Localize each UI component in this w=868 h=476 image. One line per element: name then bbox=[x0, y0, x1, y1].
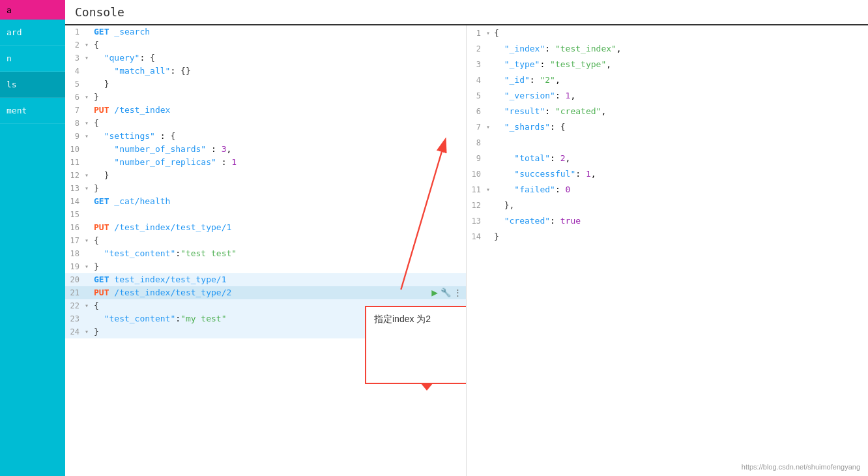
line-content-5: } bbox=[93, 78, 466, 91]
sidebar: a ard n ls ment bbox=[0, 0, 65, 476]
line-content-6: } bbox=[93, 91, 466, 104]
line-arrow-2: ▾ bbox=[85, 38, 93, 52]
resp-line-8: 8 bbox=[467, 135, 868, 151]
code-line-20: 20 GET test_index/test_type/1 bbox=[65, 273, 466, 286]
line-arrow-24: ▾ bbox=[85, 325, 93, 338]
line-arrow-17: ▾ bbox=[85, 234, 93, 247]
line-arrow-19: ▾ bbox=[85, 260, 93, 273]
line-arrow-22: ▾ bbox=[85, 299, 93, 312]
resp-line-11: 11 ▾ "failed": 0 bbox=[467, 182, 868, 198]
console-header: Console bbox=[65, 0, 868, 25]
code-line-12: 12 ▾ } bbox=[65, 169, 466, 182]
code-line-15: 15 bbox=[65, 208, 466, 221]
line-content-14: GET _cat/health bbox=[93, 195, 466, 208]
line-content-12: } bbox=[93, 169, 466, 182]
wrench-button[interactable]: 🔧 bbox=[441, 286, 451, 299]
code-editor[interactable]: 1 GET _search 2 ▾ { 3 ▾ "query": { bbox=[65, 25, 466, 476]
resp-line-6: 6 "result": "created", bbox=[467, 104, 868, 119]
line-num-23: 23 bbox=[65, 312, 85, 325]
line-content-3: "query": { bbox=[93, 52, 466, 65]
left-editor-panel[interactable]: 1 GET _search 2 ▾ { 3 ▾ "query": { bbox=[65, 25, 467, 476]
line-num-4: 4 bbox=[65, 65, 85, 78]
resp-line-1: 1 ▾ { bbox=[467, 25, 868, 41]
line-num-12: 12 bbox=[65, 169, 85, 182]
code-line-8: 8 ▾ { bbox=[65, 117, 466, 130]
line-num-24: 24 bbox=[65, 325, 85, 338]
right-response-panel: 1 ▾ { 2 "_index": "test_index", 3 "_type… bbox=[467, 25, 868, 476]
code-line-21: 21 PUT /test_index/test_type/2 ▶ 🔧 ⋮ bbox=[65, 286, 466, 299]
footer-url: https://blog.csdn.net/shuimofengyang bbox=[742, 463, 860, 471]
line-actions-21: ▶ 🔧 ⋮ bbox=[431, 286, 466, 299]
code-line-16: 16 PUT /test_index/test_type/1 bbox=[65, 221, 466, 234]
line-content-4: "match_all": {} bbox=[93, 65, 466, 78]
line-content-9: "settings" : { bbox=[93, 130, 466, 143]
line-num-21: 21 bbox=[65, 286, 85, 299]
line-num-6: 6 bbox=[65, 91, 85, 104]
line-num-16: 16 bbox=[65, 221, 85, 234]
logo-text: a bbox=[7, 5, 12, 15]
code-line-13: 13 ▾ } bbox=[65, 182, 466, 195]
line-num-13: 13 bbox=[65, 182, 85, 195]
line-content-8: { bbox=[93, 117, 466, 130]
line-content-11: "number_of_replicas" : 1 bbox=[93, 156, 466, 169]
code-line-7: 7 PUT /test_index bbox=[65, 104, 466, 117]
resp-line-3: 3 "_type": "test_type", bbox=[467, 57, 868, 72]
code-line-6: 6 ▾ } bbox=[65, 91, 466, 104]
line-content-7: PUT /test_index bbox=[93, 104, 466, 117]
sidebar-item-ard[interactable]: ard bbox=[0, 20, 65, 46]
line-num-18: 18 bbox=[65, 247, 85, 260]
line-arrow-13: ▾ bbox=[85, 182, 93, 195]
line-arrow-12: ▾ bbox=[85, 169, 93, 182]
code-line-4: 4 "match_all": {} bbox=[65, 65, 466, 78]
resp-line-12: 12 }, bbox=[467, 198, 868, 213]
line-content-21: PUT /test_index/test_type/2 bbox=[93, 286, 431, 299]
line-content-20: GET test_index/test_type/1 bbox=[93, 273, 466, 286]
code-line-11: 11 "number_of_replicas" : 1 bbox=[65, 156, 466, 169]
code-line-1: 1 GET _search bbox=[65, 25, 466, 38]
code-line-9: 9 ▾ "settings" : { bbox=[65, 130, 466, 143]
sidebar-item-ls[interactable]: ls bbox=[0, 72, 65, 98]
editor-area: 1 GET _search 2 ▾ { 3 ▾ "query": { bbox=[65, 25, 868, 476]
line-content-2: { bbox=[93, 38, 466, 52]
line-num-14: 14 bbox=[65, 195, 85, 208]
line-content-18: "test_content":"test test" bbox=[93, 247, 466, 260]
code-line-19: 19 ▾ } bbox=[65, 260, 466, 273]
code-line-10: 10 "number_of_shards" : 3, bbox=[65, 143, 466, 156]
line-content-1: GET _search bbox=[93, 25, 466, 38]
line-num-3: 3 bbox=[65, 52, 85, 65]
footer-url-text: https://blog.csdn.net/shuimofengyang bbox=[742, 463, 860, 471]
line-arrow-3: ▾ bbox=[85, 52, 93, 65]
line-arrow-8: ▾ bbox=[85, 117, 93, 130]
sidebar-item-ment[interactable]: ment bbox=[0, 98, 65, 124]
line-num-22: 22 bbox=[65, 299, 85, 312]
run-button[interactable]: ▶ bbox=[431, 286, 438, 299]
console-title: Console bbox=[75, 5, 124, 19]
line-num-1: 1 bbox=[65, 25, 85, 38]
resp-line-2: 2 "_index": "test_index", bbox=[467, 41, 868, 57]
code-line-2: 2 ▾ { bbox=[65, 38, 466, 52]
tooltip-text: 指定index 为2 bbox=[374, 314, 431, 324]
resp-line-5: 5 "_version": 1, bbox=[467, 88, 868, 104]
line-num-15: 15 bbox=[65, 208, 85, 221]
main-content: Console 1 GET _search 2 ▾ { 3 bbox=[65, 0, 868, 476]
resp-line-4: 4 "_id": "2", bbox=[467, 72, 868, 88]
line-num-10: 10 bbox=[65, 143, 85, 156]
tooltip-annotation: 指定index 为2 bbox=[365, 306, 467, 384]
line-content-19: } bbox=[93, 260, 466, 273]
sidebar-item-n[interactable]: n bbox=[0, 46, 65, 72]
line-num-20: 20 bbox=[65, 273, 85, 286]
line-num-2: 2 bbox=[65, 38, 85, 52]
line-content-10: "number_of_shards" : 3, bbox=[93, 143, 466, 156]
resp-line-10: 10 "successful": 1, bbox=[467, 166, 868, 182]
line-num-11: 11 bbox=[65, 156, 85, 169]
resp-line-14: 14 } bbox=[467, 229, 868, 245]
line-content-13: } bbox=[93, 182, 466, 195]
more-button[interactable]: ⋮ bbox=[454, 286, 462, 299]
resp-line-7: 7 ▾ "_shards": { bbox=[467, 119, 868, 135]
line-num-5: 5 bbox=[65, 78, 85, 91]
line-num-9: 9 bbox=[65, 130, 85, 143]
code-line-18: 18 "test_content":"test test" bbox=[65, 247, 466, 260]
line-num-8: 8 bbox=[65, 117, 85, 130]
line-arrow-6: ▾ bbox=[85, 91, 93, 104]
line-num-19: 19 bbox=[65, 260, 85, 273]
